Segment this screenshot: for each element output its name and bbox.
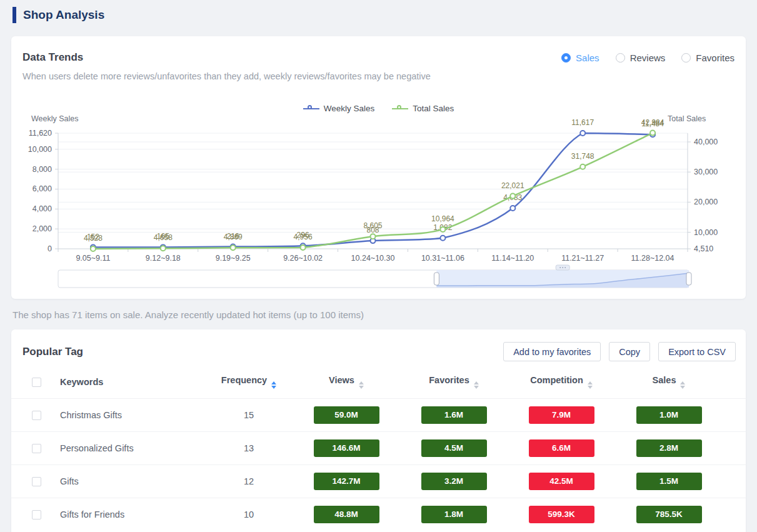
page-header: Shop Analysis (0, 0, 757, 24)
keyword-cell: Gifts for Friends (50, 509, 205, 519)
trends-chart: 02,0004,0006,0008,00010,00011,6204,51010… (11, 99, 746, 296)
column-header-competition[interactable]: Competition (508, 375, 615, 389)
competition-badge: 6.6M (529, 439, 594, 457)
sales-badge: 1.5M (636, 473, 702, 490)
frequency-cell: 13 (205, 443, 293, 453)
svg-text:9.19~9.25: 9.19~9.25 (216, 254, 251, 263)
frequency-cell: 12 (205, 476, 293, 486)
row-checkbox[interactable] (32, 411, 41, 420)
sales-badge: 2.8M (636, 439, 702, 457)
data-point-label: 10,964 (431, 214, 454, 223)
svg-text:11.28~12.04: 11.28~12.04 (631, 254, 674, 263)
trends-note: When users delete more reviews/unfavorit… (11, 64, 746, 81)
export-to-csv-button[interactable]: Export to CSV (658, 342, 736, 361)
radio-sales[interactable]: Sales (561, 53, 599, 63)
data-point-marker[interactable] (440, 227, 445, 232)
radio-icon (616, 53, 625, 63)
radio-icon (681, 53, 691, 63)
data-point-marker[interactable] (231, 245, 236, 250)
metric-radio-group: Sales Reviews Favorites (561, 53, 734, 63)
title-accent-bar (13, 7, 16, 23)
radio-favorites[interactable]: Favorites (681, 53, 734, 63)
column-header-keywords: Keywords (50, 377, 205, 387)
popular-tag-panel: Popular Tag Add to my favoritesCopyExpor… (11, 329, 746, 532)
views-badge: 142.7M (314, 473, 379, 490)
sort-icon[interactable] (474, 381, 479, 389)
data-point-label: 4,528 (84, 234, 103, 243)
data-point-marker[interactable] (580, 131, 585, 136)
svg-text:8,000: 8,000 (33, 165, 52, 174)
datazoom-handle-right[interactable] (686, 273, 691, 285)
svg-text:2,000: 2,000 (33, 224, 52, 233)
table-row: Christmas Gifts 15 59.0M1.6M7.9M1.0M (11, 398, 746, 431)
sort-icon[interactable] (359, 381, 364, 389)
data-point-marker[interactable] (580, 164, 585, 169)
data-point-marker[interactable] (371, 234, 376, 239)
data-point-label: 11,617 (571, 118, 594, 127)
column-header-frequency[interactable]: Frequency (205, 375, 293, 389)
table-header-row: KeywordsFrequencyViewsFavoritesCompetiti… (11, 366, 746, 398)
radio-reviews[interactable]: Reviews (616, 53, 666, 63)
page-title: Shop Analysis (23, 8, 104, 22)
keyword-cell: Christmas Gifts (50, 410, 205, 420)
table-row: Gifts 12 142.7M3.2M42.5M1.5M (11, 464, 746, 498)
data-point-marker[interactable] (440, 236, 445, 241)
datazoom-handle-left[interactable] (434, 273, 439, 285)
views-badge: 146.6M (314, 439, 379, 457)
sort-icon[interactable] (271, 381, 276, 389)
radio-label: Reviews (630, 53, 666, 63)
sort-icon[interactable] (680, 381, 685, 389)
svg-text:10.24~10.30: 10.24~10.30 (351, 254, 395, 263)
trends-chart-area: 02,0004,0006,0008,00010,00011,6204,51010… (11, 99, 746, 296)
radio-icon (561, 53, 571, 63)
svg-text:11.14~11.20: 11.14~11.20 (491, 254, 534, 263)
svg-text:9.12~9.18: 9.12~9.18 (146, 254, 181, 263)
table-row: Gifts for Friends 10 48.8M1.8M599.3K785.… (11, 498, 746, 531)
radio-label: Sales (576, 53, 599, 63)
views-badge: 48.8M (314, 506, 379, 523)
row-checkbox[interactable] (32, 444, 41, 453)
sales-badge: 785.5K (636, 506, 702, 523)
svg-text:30,000: 30,000 (694, 168, 718, 176)
right-axis-title: Total Sales (668, 114, 706, 123)
sales-badge: 1.0M (636, 406, 702, 424)
svg-text:40,000: 40,000 (694, 138, 718, 146)
data-point-marker[interactable] (161, 246, 166, 251)
select-all-checkbox[interactable] (32, 378, 41, 387)
copy-button[interactable]: Copy (609, 342, 650, 361)
popular-title: Popular Tag (23, 346, 83, 358)
sort-icon[interactable] (588, 381, 593, 389)
data-point-label: 4,869 (224, 233, 243, 241)
svg-text:10.31~11.06: 10.31~11.06 (421, 254, 464, 263)
favorites-badge: 4.5M (421, 439, 487, 457)
frequency-cell: 10 (205, 509, 293, 519)
keyword-cell: Gifts (50, 476, 205, 486)
trends-title: Data Trends (23, 51, 83, 64)
data-point-marker[interactable] (301, 245, 306, 250)
row-checkbox[interactable] (32, 477, 41, 486)
left-axis-title: Weekly Sales (31, 114, 79, 123)
svg-text:10,000: 10,000 (694, 228, 718, 237)
data-point-label: 31,748 (571, 152, 594, 161)
svg-text:6,000: 6,000 (33, 184, 52, 193)
svg-text:11,620: 11,620 (29, 129, 52, 138)
data-point-marker[interactable] (650, 131, 655, 136)
svg-text:9.26~10.02: 9.26~10.02 (283, 254, 323, 263)
keyword-cell: Personalized Gifts (50, 443, 205, 453)
data-point-marker[interactable] (91, 246, 96, 251)
frequency-cell: 15 (205, 410, 293, 420)
views-badge: 59.0M (314, 406, 379, 424)
add-to-my-favorites-button[interactable]: Add to my favorites (503, 342, 601, 361)
competition-badge: 42.5M (529, 473, 594, 490)
column-header-sales[interactable]: Sales (615, 375, 723, 389)
data-point-marker[interactable] (510, 206, 515, 211)
data-point-label: 4,956 (294, 233, 313, 241)
data-point-marker[interactable] (510, 194, 515, 199)
data-point-label: 22,021 (501, 181, 524, 190)
svg-text:4,000: 4,000 (33, 204, 52, 213)
column-header-views[interactable]: Views (293, 375, 400, 389)
radio-label: Favorites (696, 53, 734, 63)
data-trends-panel: Data Trends Sales Reviews Favorites When… (11, 36, 746, 299)
column-header-favorites[interactable]: Favorites (400, 375, 508, 389)
row-checkbox[interactable] (32, 510, 41, 519)
